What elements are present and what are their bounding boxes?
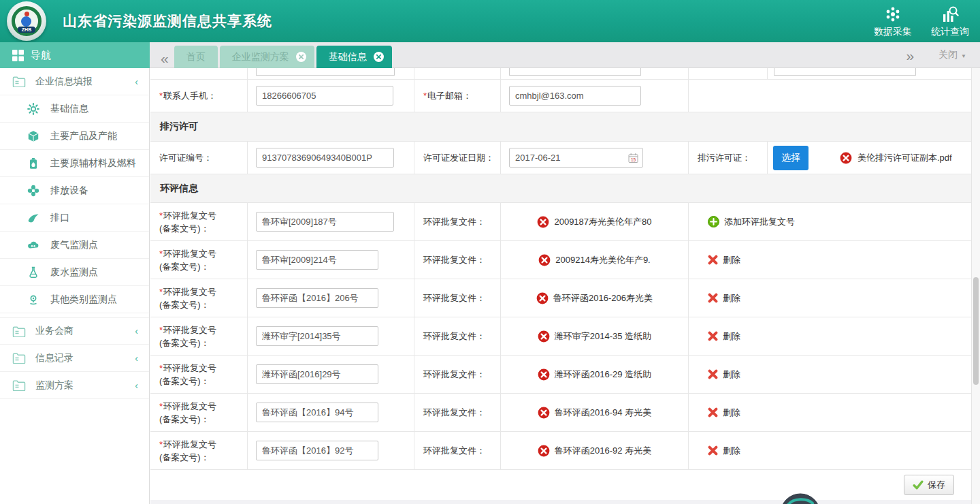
eia-doc-input[interactable] (256, 212, 394, 232)
partial-input[interactable] (509, 68, 641, 76)
eia-row: *环评批复文号(备案文号)： 环评批复文件： 潍环审字2014-35 造纸助 删… (150, 317, 971, 356)
tab-enterprise-monitor-plan[interactable]: 企业监测方案 (220, 46, 314, 68)
sidebar-item-raw-materials-fuel[interactable]: 主要原辅材料及燃料 (0, 150, 149, 177)
eia-file-name[interactable]: 2009214寿光美伦年产9. (555, 254, 650, 266)
eia-doc-input[interactable] (256, 288, 378, 308)
map-pin-icon (27, 294, 39, 306)
sidebar-item-main-products[interactable]: 主要产品及产能 (0, 123, 149, 150)
eia-doc-input[interactable] (256, 250, 378, 270)
sidebar-item-emission-equipment[interactable]: 排放设备 (0, 177, 149, 204)
sidebar-group-enterprise-info[interactable]: 企业信息填报 ‹ (0, 68, 149, 95)
permit-cert-label: 排污许可证： (689, 142, 768, 174)
partial-input[interactable] (774, 68, 916, 76)
folder-icon (12, 352, 26, 364)
eia-file-name[interactable]: 潍环审字2014-35 造纸助 (555, 330, 651, 343)
tab-home[interactable]: 首页 (174, 46, 218, 68)
sidebar-item-label: 废水监测点 (50, 266, 98, 279)
sidebar-group-label: 业务会商 (35, 325, 74, 337)
data-collection-button[interactable]: 数据采集 (874, 5, 912, 38)
tab-label: 基础信息 (329, 51, 367, 63)
eia-file-name[interactable]: 鲁环评函2016-92 寿光美 (555, 445, 651, 457)
eia-row: *环评批复文号(备案文号)： 环评批复文件： 鲁环评函2016-94 寿光美 删… (150, 394, 971, 432)
save-button[interactable]: 保存 (904, 475, 954, 495)
sidebar-item-waste-gas-points[interactable]: 废气监测点 (0, 232, 149, 259)
eia-file-label: 环评批复文件： (414, 432, 501, 469)
eia-file-name[interactable]: 鲁环评函2016-94 寿光美 (555, 407, 651, 419)
remove-file-icon[interactable] (538, 330, 550, 343)
scrollbar-thumb[interactable] (973, 277, 979, 385)
stats-query-button[interactable]: 统计查询 (931, 5, 969, 38)
remove-file-icon[interactable] (538, 254, 551, 266)
add-eia-doc-button[interactable]: 添加环评批复文号 (708, 216, 795, 228)
permit-section-header: 排污许可 (150, 112, 971, 142)
vertical-scrollbar[interactable] (971, 68, 980, 504)
sidebar-item-basic-info[interactable]: 基础信息 (0, 95, 149, 123)
grid-icon (12, 50, 24, 61)
fuel-icon (27, 157, 39, 170)
permit-file-name[interactable]: 美伦排污许可证副本.pdf (858, 152, 952, 164)
eia-doc-input[interactable] (256, 403, 378, 422)
permit-date-label: 许可证发证日期： (414, 142, 501, 174)
sidebar-group-info-records[interactable]: 信息记录 ‹ (0, 345, 149, 372)
logo-text: ZHB (18, 27, 35, 33)
remove-file-icon[interactable] (840, 152, 852, 164)
tab-label: 企业监测方案 (232, 51, 289, 63)
tabbar: « 首页 企业监测方案 基础信息 » 关闭 ▼ (150, 42, 980, 68)
red-cross-icon (708, 331, 718, 341)
close-icon[interactable] (374, 52, 384, 62)
tab-label: 首页 (186, 51, 206, 63)
delete-eia-row-button[interactable]: 删除 (708, 407, 740, 419)
eia-doc-input[interactable] (256, 326, 378, 346)
tab-basic-info[interactable]: 基础信息 (316, 46, 392, 68)
close-tabs-dropdown[interactable]: 关闭 ▼ (938, 49, 966, 61)
remove-file-icon[interactable] (538, 445, 550, 457)
phone-input[interactable] (256, 86, 393, 106)
eia-file-name[interactable]: 潍环评函2016-29 造纸助 (555, 368, 651, 381)
sidebar-group-monitor-plan[interactable]: 监测方案 ‹ (0, 372, 149, 399)
delete-eia-row-button[interactable]: 删除 (708, 445, 740, 457)
red-cross-icon (708, 445, 718, 456)
sidebar-item-label: 排口 (50, 212, 69, 224)
choose-file-button[interactable]: 选择 (773, 146, 808, 170)
eia-doc-input[interactable] (256, 364, 378, 384)
basic-info-form: *联系人手机： *电子邮箱： 排污许可 许可证编号： 许可证发证日期： (150, 68, 971, 504)
sidebar-group-business-consult[interactable]: 业务会商 ‹ (0, 317, 149, 345)
partial-input[interactable] (256, 68, 395, 76)
chevron-collapse-icon: ‹ (135, 76, 138, 87)
remove-file-icon[interactable] (536, 292, 549, 304)
eia-file-label: 环评批复文件： (414, 394, 501, 431)
chevron-collapse-icon: ‹ (135, 353, 138, 364)
tabs-scroll-right-icon[interactable]: » (906, 48, 914, 63)
sidebar-item-other-monitor-points[interactable]: 其他类别监测点 (0, 286, 149, 313)
remove-file-icon[interactable] (538, 407, 550, 419)
permit-no-input[interactable] (256, 148, 394, 168)
red-cross-icon (708, 293, 718, 303)
floating-widget-button[interactable] (780, 493, 821, 504)
remove-file-icon[interactable] (538, 368, 550, 381)
delete-eia-row-button[interactable]: 删除 (708, 368, 740, 381)
eia-doc-input[interactable] (256, 441, 378, 460)
eia-doc-label: *环评批复文号(备案文号)： (150, 317, 248, 355)
delete-eia-row-button[interactable]: 删除 (708, 254, 740, 266)
tabs-scroll-left-icon[interactable]: « (161, 51, 169, 65)
close-icon[interactable] (296, 52, 306, 62)
nav-header: 导航 (0, 42, 150, 68)
eia-file-name[interactable]: 鲁环评函2016-206寿光美 (553, 292, 653, 304)
calendar-icon[interactable]: 15 (628, 153, 638, 163)
flask-icon (27, 266, 39, 279)
permit-no-label: 许可证编号： (150, 142, 248, 174)
eia-row: *环评批复文号(备案文号)： 环评批复文件： 潍环评函2016-29 造纸助 删… (150, 356, 971, 394)
gas-cloud-icon (27, 239, 39, 251)
delete-eia-row-button[interactable]: 删除 (708, 292, 740, 304)
permit-date-input[interactable] (509, 148, 643, 168)
contact-row: *联系人手机： *电子邮箱： (150, 80, 971, 112)
remove-file-icon[interactable] (537, 216, 549, 228)
email-input[interactable] (509, 86, 641, 106)
eia-doc-label: *环评批复文号(备案文号)： (150, 279, 248, 317)
sidebar-item-label: 主要产品及产能 (50, 130, 117, 142)
dots-cluster-icon (884, 5, 902, 23)
sidebar-item-outfall[interactable]: 排口 (0, 204, 149, 232)
delete-eia-row-button[interactable]: 删除 (708, 330, 740, 343)
sidebar-item-waste-water-points[interactable]: 废水监测点 (0, 259, 149, 286)
eia-file-name[interactable]: 2009187寿光美伦年产80 (554, 216, 651, 228)
